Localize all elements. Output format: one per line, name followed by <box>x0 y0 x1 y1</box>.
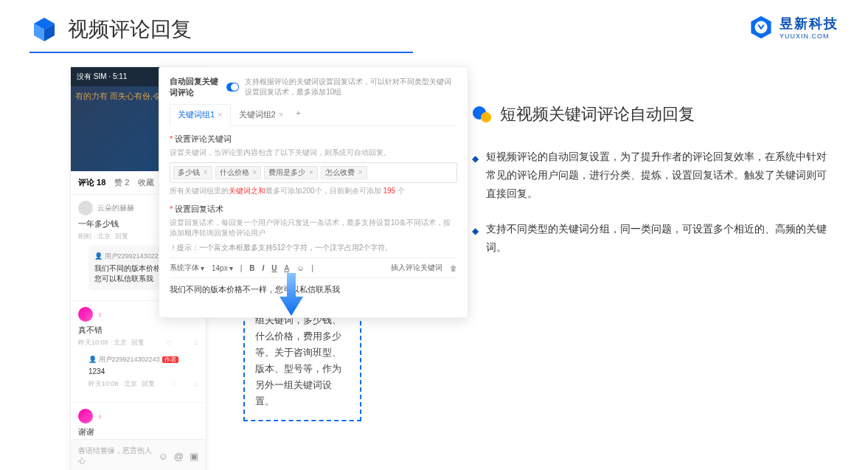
avatar-icon: 👤 <box>88 356 97 363</box>
arrow-down-icon <box>277 273 306 317</box>
section-label: 设置回复话术 <box>170 204 457 215</box>
diamond-bullet-icon: ◆ <box>472 151 479 204</box>
chevron-down-icon: ▾ <box>229 264 233 272</box>
font-select[interactable]: 系统字体 ▾ <box>170 263 204 273</box>
reply-bubble: 👤 用户2299214302243作者 1234 昨天10:08 · 北京回复♡… <box>88 352 198 392</box>
tab-likes[interactable]: 赞 2 <box>114 177 129 188</box>
content-right: 短视频关键词评论自动回复 ◆ 短视频评论的自动回复设置，为了提升作者的评论回复效… <box>472 103 833 273</box>
author-badge: 作者 <box>162 356 178 363</box>
comment-input[interactable]: 善语结善缘，恶言伤人心 <box>78 446 153 466</box>
logo-text-en: YUUXIN.COM <box>780 32 839 40</box>
avatar <box>78 307 93 322</box>
logo-icon <box>749 15 774 40</box>
diamond-bullet-icon: ◆ <box>472 224 479 257</box>
avatar-icon: 👤 <box>94 252 103 260</box>
close-icon[interactable]: × <box>279 110 283 119</box>
color-icon[interactable]: A <box>285 264 290 272</box>
keyword-tag[interactable]: 多少钱 × <box>173 166 212 179</box>
keyword-tags-input[interactable]: 多少钱 × 什么价格 × 费用是多少 × 怎么收费 × <box>170 162 457 183</box>
char-limit-tip: ！提示：一个富文本框最多支持512个字符，一个汉字占用2个字符。 <box>170 243 457 253</box>
chat-bubble-icon <box>472 104 493 125</box>
username: 云朵的赫赫 <box>97 203 134 213</box>
verified-icon: ♀ <box>97 311 103 319</box>
section-label: 设置评论关键词 <box>170 134 457 145</box>
dislike-icon[interactable]: ♤ <box>192 381 198 388</box>
avatar <box>78 201 93 215</box>
brand-logo: 昱新科技 YUUXIN.COM <box>749 15 839 40</box>
keyword-group-tab[interactable]: 关键词组1× <box>170 104 231 126</box>
keyword-hint: 所有关键词组里的关键词之和最多可添加200个，目前剩余可添加 195 个 <box>170 186 457 196</box>
editor-toolbar: 系统字体 ▾ 14px ▾ | B I U A ☺ | 插入评论关键词 🗑 <box>170 258 457 278</box>
keyword-tag[interactable]: 怎么收费 × <box>321 166 367 179</box>
tab-comments[interactable]: 评论 18 <box>78 177 105 188</box>
cube-icon <box>29 15 59 44</box>
logo-text-cn: 昱新科技 <box>780 15 839 32</box>
svg-point-2 <box>481 112 491 122</box>
bullet-item: ◆ 短视频评论的自动回复设置，为了提升作者的评论回复效率，在系统中针对常见的评论… <box>472 148 833 204</box>
dislike-icon[interactable]: ♤ <box>192 339 198 347</box>
bold-icon[interactable]: B <box>249 264 254 272</box>
bullet-item: ◆ 支持不同类型的关键词分组，同一类问题，可设置多个相近的、高频的关键词。 <box>472 220 833 257</box>
section-desc: 设置回复话术，每回复一个用户评论只发送一条话术，最多支持设置10条不同话术，按添… <box>170 218 457 238</box>
video-overlay-text: 有的力有 而失心有份,令 <box>75 91 161 101</box>
header-rule <box>29 52 413 53</box>
settings-panel: 自动回复关键词评论 支持根据评论的关键词设置回复话术，可以针对不同类型关键词设置… <box>159 66 468 318</box>
page-title: 视频评论回复 <box>68 15 192 44</box>
reply-text-output[interactable]: 我们不同的版本价格不一样，您可以私信联系我 <box>170 278 457 301</box>
add-tab-button[interactable]: + <box>291 104 305 125</box>
toggle-switch[interactable] <box>226 83 239 91</box>
keyword-group-tab[interactable]: 关键词组2× <box>231 104 292 125</box>
section-desc: 设置关键词，当评论里内容包含了以下关键词，则系统可自动回复。 <box>170 148 457 158</box>
page-header: 视频评论回复 <box>0 0 868 52</box>
size-select[interactable]: 14px ▾ <box>212 264 233 272</box>
keyword-tag[interactable]: 费用是多少 × <box>264 166 318 179</box>
avatar <box>78 409 93 424</box>
emoji-icon[interactable]: ☺ <box>159 451 168 462</box>
chevron-down-icon: ▾ <box>201 264 204 272</box>
image-icon[interactable]: ▣ <box>190 451 198 462</box>
comment-input-bar: 善语结善缘，恶言伤人心 ☺ @ ▣ <box>71 439 206 470</box>
comment-item: ♀ 谢谢 <box>71 403 206 439</box>
delete-icon[interactable]: 🗑 <box>450 264 457 272</box>
panel-subtitle: 支持根据评论的关键词设置回复话术，可以针对不同类型关键词设置回复话术，最多添加1… <box>245 77 457 97</box>
tab-favorites[interactable]: 收藏 <box>138 177 154 188</box>
heart-icon[interactable]: ♡ <box>166 339 172 347</box>
keyword-tag[interactable]: 什么价格 × <box>215 166 262 179</box>
emoji-icon[interactable]: ☺ <box>296 264 304 272</box>
comment-text: 真不错 <box>78 325 198 336</box>
insert-keyword-button[interactable]: 插入评论关键词 <box>391 263 442 273</box>
underline-icon[interactable]: U <box>271 264 277 272</box>
at-icon[interactable]: @ <box>174 451 184 462</box>
section-heading: 短视频关键词评论自动回复 <box>500 103 695 125</box>
heart-icon[interactable]: ♡ <box>171 381 177 388</box>
close-icon[interactable]: × <box>218 110 222 119</box>
italic-icon[interactable]: I <box>263 264 265 272</box>
panel-title: 自动回复关键词评论 <box>170 76 221 98</box>
